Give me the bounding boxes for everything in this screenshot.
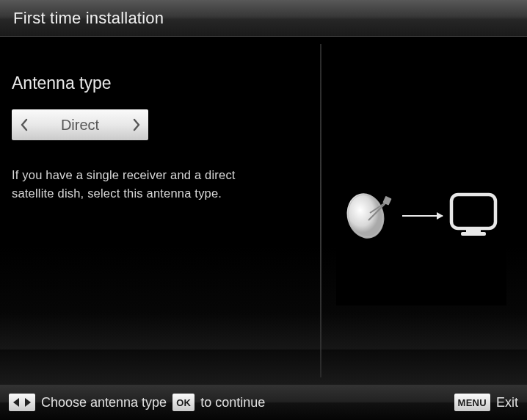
selector-value: Direct — [31, 117, 129, 134]
hint-choose: Choose antenna type — [41, 395, 167, 410]
triangle-right-icon — [23, 397, 32, 408]
diagram — [336, 188, 506, 243]
bottom-gradient — [0, 313, 527, 350]
header: First time installation — [0, 0, 527, 37]
preview-pane — [336, 85, 506, 305]
content-area: Antenna type Direct If you have a single… — [0, 37, 527, 385]
section-heading: Antenna type — [12, 73, 305, 93]
hint-exit: Exit — [496, 395, 518, 410]
ok-key-label: OK — [176, 397, 191, 408]
footer-hints: Choose antenna type OK to continue MENU … — [0, 385, 527, 420]
selector-next-button[interactable] — [129, 109, 144, 140]
left-pane: Antenna type Direct If you have a single… — [12, 73, 305, 203]
menu-key-badge: MENU — [454, 394, 490, 411]
satellite-dish-icon — [345, 188, 396, 243]
left-right-key-badge — [9, 394, 35, 411]
triangle-left-icon — [12, 397, 21, 408]
svg-rect-5 — [451, 195, 495, 228]
menu-key-label: MENU — [458, 397, 487, 408]
vertical-divider — [320, 44, 321, 377]
hint-continue: to continue — [200, 395, 265, 410]
chevron-left-icon — [20, 118, 28, 131]
arrow-icon — [402, 215, 443, 217]
svg-rect-7 — [461, 232, 486, 236]
ok-key-badge: OK — [172, 394, 195, 411]
selector-prev-button[interactable] — [16, 109, 31, 140]
tv-icon — [448, 192, 498, 240]
antenna-type-selector[interactable]: Direct — [12, 109, 148, 140]
chevron-right-icon — [133, 118, 141, 131]
page-title: First time installation — [13, 9, 164, 28]
svg-rect-6 — [466, 228, 481, 232]
description-text: If you have a single receiver and a dire… — [12, 166, 239, 203]
